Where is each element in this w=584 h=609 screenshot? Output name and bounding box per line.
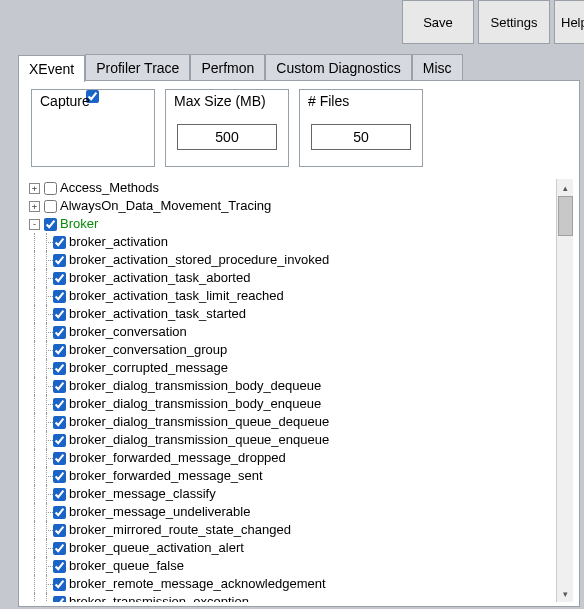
node-broker_activation_task_started[interactable]: broker_activation_task_started [68, 305, 246, 323]
tree-row: broker_transmission_exception [29, 593, 555, 602]
checkbox-broker_message_undeliverable[interactable] [53, 506, 66, 519]
checkbox-broker_transmission_exception[interactable] [53, 596, 66, 603]
node-broker_mirrored_route_state_changed[interactable]: broker_mirrored_route_state_changed [68, 521, 291, 539]
tree-line [41, 485, 53, 503]
checkbox-access-methods[interactable] [44, 182, 57, 195]
checkbox-broker_activation_task_aborted[interactable] [53, 272, 66, 285]
tree-line [41, 341, 53, 359]
checkbox-broker_dialog_transmission_queue_dequeue[interactable] [53, 416, 66, 429]
tree-row: broker_dialog_transmission_queue_dequeue [29, 413, 555, 431]
checkbox-broker_mirrored_route_state_changed[interactable] [53, 524, 66, 537]
save-button[interactable]: Save [402, 0, 474, 44]
node-broker_queue_false[interactable]: broker_queue_false [68, 557, 184, 575]
files-input[interactable] [311, 124, 411, 150]
collapse-icon[interactable]: - [29, 219, 40, 230]
expand-icon[interactable]: + [29, 201, 40, 212]
tree-line [41, 521, 53, 539]
tree-line [41, 377, 53, 395]
node-broker_message_undeliverable[interactable]: broker_message_undeliverable [68, 503, 250, 521]
tab-custom-diagnostics[interactable]: Custom Diagnostics [265, 54, 412, 81]
help-button[interactable]: Help [554, 0, 584, 44]
tree-line [41, 395, 53, 413]
node-broker_conversation_group[interactable]: broker_conversation_group [68, 341, 227, 359]
checkbox-broker_dialog_transmission_body_dequeue[interactable] [53, 380, 66, 393]
settings-button[interactable]: Settings [478, 0, 550, 44]
tree-line [41, 359, 53, 377]
checkbox-broker_remote_message_acknowledgement[interactable] [53, 578, 66, 591]
tab-profiler-trace[interactable]: Profiler Trace [85, 54, 190, 81]
tree-line [29, 557, 41, 575]
scroll-down-button[interactable]: ▾ [557, 585, 573, 602]
tree-line [41, 539, 53, 557]
tree-line [29, 377, 41, 395]
expand-icon[interactable]: + [29, 183, 40, 194]
node-broker_activation[interactable]: broker_activation [68, 233, 168, 251]
checkbox-broker_dialog_transmission_body_enqueue[interactable] [53, 398, 66, 411]
tab-misc[interactable]: Misc [412, 54, 463, 81]
tree-line [29, 521, 41, 539]
node-broker_forwarded_message_sent[interactable]: broker_forwarded_message_sent [68, 467, 263, 485]
node-alwayson[interactable]: AlwaysOn_Data_Movement_Tracing [59, 197, 271, 215]
checkbox-broker_activation_task_started[interactable] [53, 308, 66, 321]
node-broker_dialog_transmission_body_enqueue[interactable]: broker_dialog_transmission_body_enqueue [68, 395, 321, 413]
node-broker_dialog_transmission_body_dequeue[interactable]: broker_dialog_transmission_body_dequeue [68, 377, 321, 395]
files-group: # Files [299, 89, 423, 167]
tree-line [29, 323, 41, 341]
node-broker_dialog_transmission_queue_enqueue[interactable]: broker_dialog_transmission_queue_enqueue [68, 431, 329, 449]
node-broker_forwarded_message_dropped[interactable]: broker_forwarded_message_dropped [68, 449, 286, 467]
tree-line [29, 341, 41, 359]
tree-line [41, 467, 53, 485]
checkbox-broker_activation_task_limit_reached[interactable] [53, 290, 66, 303]
checkbox-broker_queue_activation_alert[interactable] [53, 542, 66, 555]
tab-bar: XEvent Profiler Trace Perfmon Custom Dia… [18, 54, 580, 80]
node-access-methods[interactable]: Access_Methods [59, 179, 159, 197]
max-size-input[interactable] [177, 124, 277, 150]
tree-line [41, 575, 53, 593]
tree-row: broker_conversation_group [29, 341, 555, 359]
checkbox-broker_activation[interactable] [53, 236, 66, 249]
scroll-thumb[interactable] [558, 196, 573, 236]
tree-line [41, 413, 53, 431]
node-broker_activation_task_aborted[interactable]: broker_activation_task_aborted [68, 269, 250, 287]
node-broker_dialog_transmission_queue_dequeue[interactable]: broker_dialog_transmission_queue_dequeue [68, 413, 329, 431]
checkbox-broker_forwarded_message_dropped[interactable] [53, 452, 66, 465]
node-broker_activation_task_limit_reached[interactable]: broker_activation_task_limit_reached [68, 287, 284, 305]
tree-line [29, 503, 41, 521]
tab-perfmon[interactable]: Perfmon [190, 54, 265, 81]
checkbox-broker_forwarded_message_sent[interactable] [53, 470, 66, 483]
node-broker_transmission_exception[interactable]: broker_transmission_exception [68, 593, 249, 602]
tree-line [41, 557, 53, 575]
tree-line [41, 233, 53, 251]
node-broker_message_classify[interactable]: broker_message_classify [68, 485, 216, 503]
xevent-panel: Capture Max Size (MB) # Files +Access_Me… [18, 80, 580, 607]
node-broker_remote_message_acknowledgement[interactable]: broker_remote_message_acknowledgement [68, 575, 326, 593]
tree-line [41, 593, 53, 602]
checkbox-broker_conversation_group[interactable] [53, 344, 66, 357]
event-tree[interactable]: +Access_Methods+AlwaysOn_Data_Movement_T… [29, 179, 555, 602]
checkbox-alwayson[interactable] [44, 200, 57, 213]
scroll-up-button[interactable]: ▴ [557, 179, 573, 196]
tree-line [41, 287, 53, 305]
tree-row: -Broker [29, 215, 555, 233]
checkbox-broker_dialog_transmission_queue_enqueue[interactable] [53, 434, 66, 447]
checkbox-broker_corrupted_message[interactable] [53, 362, 66, 375]
checkbox-broker_activation_stored_procedure_invoked[interactable] [53, 254, 66, 267]
node-broker_conversation[interactable]: broker_conversation [68, 323, 187, 341]
node-broker_corrupted_message[interactable]: broker_corrupted_message [68, 359, 228, 377]
tree-scrollbar[interactable]: ▴ ▾ [556, 179, 573, 602]
checkbox-broker_message_classify[interactable] [53, 488, 66, 501]
max-size-label: Max Size (MB) [174, 93, 266, 109]
tree-row: +Access_Methods [29, 179, 555, 197]
tree-line [29, 413, 41, 431]
tree-line [29, 575, 41, 593]
node-broker[interactable]: Broker [59, 215, 98, 233]
checkbox-broker_queue_false[interactable] [53, 560, 66, 573]
node-broker_activation_stored_procedure_invoked[interactable]: broker_activation_stored_procedure_invok… [68, 251, 329, 269]
checkbox-broker_conversation[interactable] [53, 326, 66, 339]
checkbox-broker[interactable] [44, 218, 57, 231]
capture-group: Capture [31, 89, 155, 167]
node-broker_queue_activation_alert[interactable]: broker_queue_activation_alert [68, 539, 244, 557]
tree-row: broker_remote_message_acknowledgement [29, 575, 555, 593]
tree-line [29, 539, 41, 557]
tab-xevent[interactable]: XEvent [18, 55, 85, 82]
